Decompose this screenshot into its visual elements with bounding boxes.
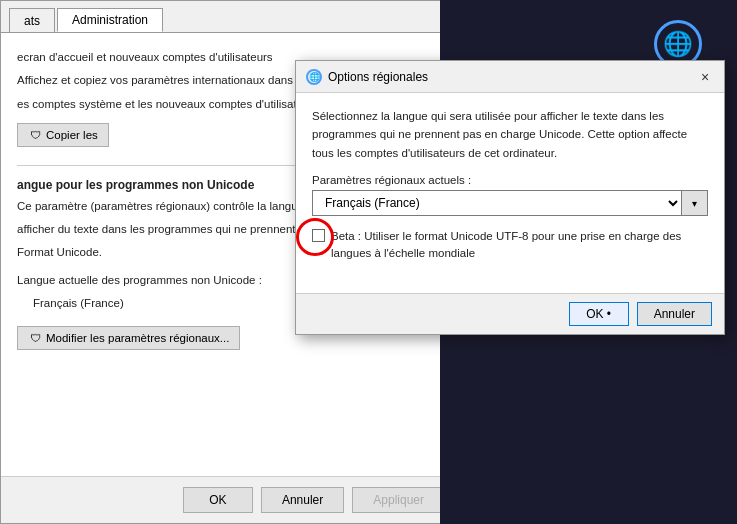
ok-button-bg[interactable]: OK	[183, 487, 253, 513]
cancel-button-bg[interactable]: Annuler	[261, 487, 344, 513]
shield-icon: 🛡	[28, 128, 42, 142]
modal-checkbox-row: Beta : Utiliser le format Unicode UTF-8 …	[312, 228, 708, 263]
modal-options-regionales: 🌐 Options régionales × Sélectionnez la l…	[295, 60, 725, 335]
modal-beta-label: Beta : Utiliser le format Unicode UTF-8 …	[331, 228, 708, 263]
modal-ok-button[interactable]: OK •	[569, 302, 629, 326]
apply-button-bg[interactable]: Appliquer	[352, 487, 445, 513]
modal-globe-icon: 🌐	[306, 69, 322, 85]
modal-cancel-button[interactable]: Annuler	[637, 302, 712, 326]
modal-title-left: 🌐 Options régionales	[306, 69, 428, 85]
modal-select-row: Français (France) ▾	[312, 190, 708, 216]
modal-select-arrow[interactable]: ▾	[682, 190, 708, 216]
shield-icon-2: 🛡	[28, 331, 42, 345]
modal-content: Sélectionnez la langue qui sera utilisée…	[296, 93, 724, 293]
copy-button[interactable]: 🛡 Copier les	[17, 123, 109, 147]
bg-footer-buttons: OK Annuler Appliquer	[1, 476, 461, 523]
modal-beta-checkbox[interactable]	[312, 229, 325, 242]
modal-language-select[interactable]: Français (France)	[312, 190, 682, 216]
modal-description: Sélectionnez la langue qui sera utilisée…	[312, 107, 708, 162]
tab-bar: ats Administration	[1, 1, 459, 33]
tab-administration[interactable]: Administration	[57, 8, 163, 32]
modify-regional-button[interactable]: 🛡 Modifier les paramètres régionaux...	[17, 326, 240, 350]
modal-title-text: Options régionales	[328, 70, 428, 84]
tab-ats[interactable]: ats	[9, 8, 55, 32]
modal-close-button[interactable]: ×	[696, 68, 714, 86]
modal-titlebar: 🌐 Options régionales ×	[296, 61, 724, 93]
modal-footer: OK • Annuler	[296, 293, 724, 334]
modal-param-label: Paramètres régionaux actuels :	[312, 174, 708, 186]
